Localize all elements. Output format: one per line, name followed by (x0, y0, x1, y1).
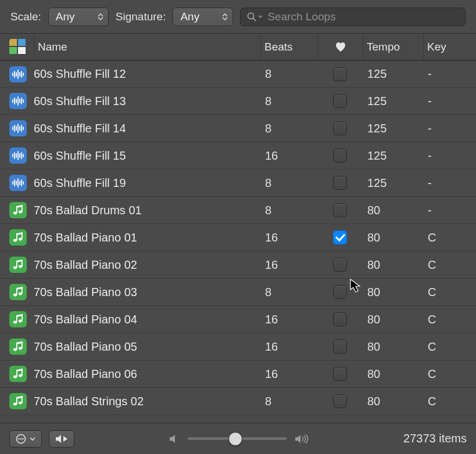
grid-view-icon (9, 39, 27, 55)
table-row[interactable]: 60s Shuffle Fill 138125- (0, 88, 476, 115)
loop-tempo: 80 (363, 204, 423, 217)
search-icon (246, 12, 263, 22)
loop-tempo: 80 (363, 258, 423, 272)
loop-key: C (423, 367, 470, 381)
loop-tempo: 80 (363, 313, 423, 326)
loop-key: C (423, 258, 470, 272)
favorite-checkbox[interactable] (333, 121, 347, 135)
options-menu-button[interactable] (9, 430, 42, 448)
table-row[interactable]: 70s Ballad Piano 051680C (0, 333, 476, 361)
loop-key: - (423, 95, 470, 108)
svg-line-1 (253, 18, 256, 21)
speaker-high-icon (295, 434, 309, 444)
loop-beats: 8 (260, 204, 317, 217)
loop-beats: 16 (260, 149, 317, 163)
column-tempo[interactable]: Tempo (363, 34, 423, 60)
favorite-checkbox[interactable] (333, 176, 347, 190)
loop-name: 60s Shuffle Fill 12 (34, 67, 260, 81)
table-row[interactable]: 70s Ballad Piano 03880C (0, 279, 476, 306)
loop-key: - (423, 67, 470, 81)
favorite-checkbox[interactable] (333, 394, 347, 408)
volume-thumb[interactable] (228, 432, 242, 446)
loop-key: - (423, 176, 470, 190)
loop-tempo: 125 (363, 67, 423, 81)
table-row[interactable]: 70s Ballad Piano 021680C (0, 251, 476, 279)
table-row[interactable]: 60s Shuffle Fill 148125- (0, 115, 476, 142)
loop-beats: 16 (260, 258, 317, 272)
table-row[interactable]: 70s Ballad Drums 01880- (0, 197, 476, 224)
loop-name: 60s Shuffle Fill 14 (34, 122, 260, 135)
column-beats[interactable]: Beats (260, 34, 317, 60)
column-name[interactable]: Name (34, 34, 260, 60)
footer-bar: 27373 items (0, 423, 476, 454)
midi-loop-icon (9, 257, 27, 273)
loop-tempo: 80 (363, 340, 423, 354)
loop-key: - (423, 204, 470, 217)
table-row[interactable]: 70s Ballad Piano 011680C (0, 224, 476, 251)
ellipsis-circle-icon (16, 434, 26, 444)
favorite-checkbox[interactable] (333, 203, 347, 217)
signature-select[interactable]: Any (173, 8, 233, 26)
loop-tempo: 125 (363, 176, 423, 190)
loop-name: 60s Shuffle Fill 15 (34, 149, 260, 163)
column-favorite[interactable] (317, 34, 363, 60)
favorite-checkbox[interactable] (333, 149, 347, 163)
loop-tempo: 125 (363, 95, 423, 108)
audio-loop-icon (9, 120, 27, 136)
audio-loop-icon (9, 147, 27, 164)
search-field[interactable] (240, 8, 466, 26)
favorite-checkbox[interactable] (333, 230, 347, 244)
loop-name: 70s Ballad Piano 02 (34, 258, 260, 272)
loop-beats: 8 (260, 122, 317, 135)
loop-beats: 8 (260, 176, 317, 190)
table-row[interactable]: 60s Shuffle Fill 1516125- (0, 142, 476, 170)
preview-button[interactable] (49, 430, 74, 448)
table-row[interactable]: 70s Ballad Piano 041680C (0, 306, 476, 333)
chevron-down-icon (258, 15, 263, 19)
midi-loop-icon (9, 202, 27, 218)
speaker-low-icon (169, 434, 180, 444)
midi-loop-icon (9, 311, 27, 327)
loop-name: 70s Ballad Drums 01 (34, 204, 260, 217)
midi-loop-icon (9, 229, 27, 246)
audio-loop-icon (9, 66, 27, 82)
search-input[interactable] (267, 10, 459, 23)
loop-grid: Name Beats Tempo Key 60s Shuffle Fill 12… (0, 34, 476, 417)
loop-beats: 16 (260, 231, 317, 244)
favorite-checkbox[interactable] (333, 367, 347, 381)
loop-key: - (423, 149, 470, 163)
table-row[interactable]: 60s Shuffle Fill 198125- (0, 170, 476, 197)
loop-key: C (423, 231, 470, 244)
favorite-checkbox[interactable] (333, 312, 347, 326)
loop-tempo: 80 (363, 286, 423, 299)
scale-select[interactable]: Any (48, 8, 109, 26)
column-key[interactable]: Key (423, 34, 470, 60)
chevron-updown-icon (98, 13, 103, 20)
table-row[interactable]: 70s Ballad Strings 02880C (0, 388, 476, 415)
column-icon[interactable] (0, 34, 34, 60)
favorite-checkbox[interactable] (333, 285, 347, 299)
loop-name: 70s Ballad Piano 04 (34, 313, 260, 326)
loop-name: 70s Ballad Piano 01 (34, 231, 260, 244)
loop-tempo: 125 (363, 122, 423, 135)
favorite-checkbox[interactable] (333, 94, 347, 108)
svg-point-0 (248, 13, 254, 19)
favorite-checkbox[interactable] (333, 340, 347, 354)
loop-tempo: 80 (363, 367, 423, 381)
table-row[interactable]: 60s Shuffle Fill 128125- (0, 60, 476, 88)
loop-name: 60s Shuffle Fill 19 (34, 176, 260, 190)
svg-point-72 (22, 438, 23, 439)
filter-bar: Scale: Any Signature: Any (0, 0, 476, 34)
chevron-updown-icon (222, 13, 228, 20)
table-row[interactable]: 70s Ballad Piano 061680C (0, 361, 476, 388)
loop-rows: 60s Shuffle Fill 128125-60s Shuffle Fill… (0, 60, 476, 417)
loop-name: 70s Ballad Piano 05 (34, 340, 260, 354)
loop-beats: 16 (260, 367, 317, 381)
midi-loop-icon (9, 393, 27, 409)
favorite-checkbox[interactable] (333, 67, 347, 81)
svg-point-71 (20, 438, 22, 439)
audio-loop-icon (9, 175, 27, 191)
loop-key: - (423, 122, 470, 135)
volume-slider[interactable] (188, 437, 287, 440)
favorite-checkbox[interactable] (333, 258, 347, 272)
